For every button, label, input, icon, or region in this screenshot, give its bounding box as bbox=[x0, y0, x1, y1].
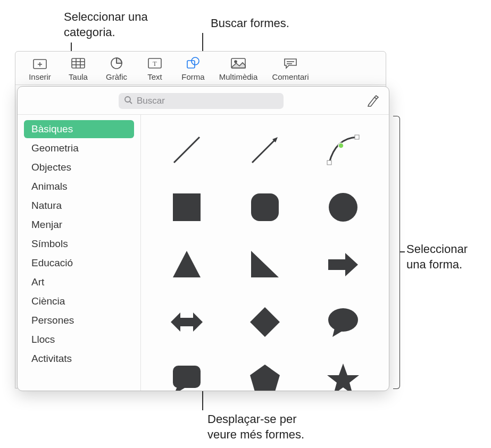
sidebar-item-persones[interactable]: Persones bbox=[24, 311, 134, 329]
search-field[interactable] bbox=[119, 93, 284, 109]
svg-rect-25 bbox=[327, 160, 331, 165]
svg-marker-40 bbox=[250, 365, 280, 391]
tool-label: Forma bbox=[181, 72, 204, 81]
search-input[interactable] bbox=[137, 96, 278, 106]
callout-category: Seleccionar una categoria. bbox=[64, 10, 148, 40]
tool-inserir[interactable]: Inserir bbox=[21, 56, 59, 81]
search-icon bbox=[124, 96, 132, 107]
callout-scroll: Desplaçar-se per veure més formes. bbox=[207, 412, 304, 442]
sidebar-item-educació[interactable]: Educació bbox=[24, 254, 134, 272]
tool-grafic[interactable]: Gràfic bbox=[97, 56, 136, 81]
shape-star[interactable] bbox=[306, 353, 380, 391]
sidebar-item-activitats[interactable]: Activitats bbox=[24, 350, 134, 368]
tool-text[interactable]: T Text bbox=[136, 56, 174, 81]
shape-icon bbox=[186, 56, 200, 71]
toolbar-row: Inserir Taula Gràfic T Text Forma bbox=[15, 52, 386, 85]
svg-point-36 bbox=[328, 308, 358, 332]
table-icon bbox=[71, 56, 85, 71]
shape-curve[interactable] bbox=[306, 123, 380, 176]
shape-line[interactable] bbox=[149, 123, 223, 176]
svg-point-17 bbox=[235, 61, 237, 63]
popover-header bbox=[18, 87, 389, 114]
svg-rect-26 bbox=[355, 135, 359, 139]
shape-pentagon[interactable] bbox=[228, 353, 302, 391]
sidebar-item-bàsiques[interactable]: Bàsiques bbox=[24, 120, 134, 138]
media-icon bbox=[231, 56, 246, 71]
tool-label: Gràfic bbox=[106, 72, 127, 81]
sidebar-item-geometria[interactable]: Geometria bbox=[24, 139, 134, 157]
sidebar-item-menjar[interactable]: Menjar bbox=[24, 216, 134, 234]
category-sidebar: BàsiquesGeometriaObjectesAnimalsNaturaMe… bbox=[18, 115, 141, 391]
svg-rect-38 bbox=[173, 366, 201, 388]
sidebar-item-art[interactable]: Art bbox=[24, 273, 134, 291]
shape-circle[interactable] bbox=[306, 181, 380, 234]
sidebar-item-objectes[interactable]: Objectes bbox=[24, 158, 134, 176]
svg-point-27 bbox=[338, 143, 344, 148]
tool-label: Comentari bbox=[272, 72, 309, 81]
svg-line-23 bbox=[252, 139, 276, 163]
comment-icon bbox=[284, 56, 297, 71]
draw-shape-button[interactable] bbox=[365, 94, 380, 108]
sidebar-item-ciència[interactable]: Ciència bbox=[24, 292, 134, 310]
shape-rounded-square[interactable] bbox=[228, 181, 302, 234]
svg-point-30 bbox=[329, 193, 357, 222]
shape-arrow-right[interactable] bbox=[306, 238, 380, 291]
chart-icon bbox=[110, 56, 123, 71]
sidebar-item-símbols[interactable]: Símbols bbox=[24, 235, 134, 253]
shape-speech-bubble[interactable] bbox=[306, 295, 380, 349]
callout-select-shape: Seleccionar una forma. bbox=[406, 242, 468, 272]
svg-rect-29 bbox=[251, 193, 279, 221]
shape-square[interactable] bbox=[149, 181, 223, 234]
svg-marker-31 bbox=[173, 251, 201, 277]
insert-icon bbox=[33, 56, 47, 71]
text-icon: T bbox=[148, 56, 162, 71]
svg-marker-32 bbox=[251, 251, 279, 277]
svg-rect-4 bbox=[72, 58, 85, 68]
svg-point-15 bbox=[192, 57, 199, 65]
tool-label: Multimèdia bbox=[219, 72, 258, 81]
svg-line-21 bbox=[130, 102, 132, 104]
tool-comentari[interactable]: Comentari bbox=[264, 56, 317, 81]
shape-grid bbox=[141, 115, 389, 391]
tool-label: Taula bbox=[69, 72, 88, 81]
shape-right-triangle[interactable] bbox=[228, 238, 302, 291]
callout-search: Buscar formes. bbox=[211, 16, 289, 31]
svg-marker-35 bbox=[250, 307, 280, 337]
tool-label: Inserir bbox=[29, 72, 51, 81]
svg-text:T: T bbox=[153, 60, 157, 67]
shape-arrow-line[interactable] bbox=[228, 123, 302, 176]
shapes-popover: BàsiquesGeometriaObjectesAnimalsNaturaMe… bbox=[17, 86, 389, 391]
shape-arrow-bidir[interactable] bbox=[149, 295, 223, 349]
svg-line-22 bbox=[174, 137, 199, 163]
svg-marker-33 bbox=[328, 253, 358, 276]
sidebar-item-llocs[interactable]: Llocs bbox=[24, 331, 134, 349]
svg-marker-34 bbox=[171, 312, 203, 332]
shape-triangle[interactable] bbox=[149, 238, 223, 291]
tool-taula[interactable]: Taula bbox=[59, 56, 97, 81]
tool-forma[interactable]: Forma bbox=[174, 56, 212, 81]
shape-callout-box[interactable] bbox=[149, 353, 223, 391]
tool-label: Text bbox=[147, 72, 162, 81]
svg-marker-41 bbox=[327, 364, 359, 391]
sidebar-item-natura[interactable]: Natura bbox=[24, 197, 134, 215]
sidebar-item-animals[interactable]: Animals bbox=[24, 177, 134, 196]
tool-multimedia[interactable]: Multimèdia bbox=[212, 56, 264, 81]
svg-rect-28 bbox=[173, 193, 201, 221]
svg-point-20 bbox=[125, 97, 130, 102]
callout-bracket bbox=[393, 116, 400, 388]
shape-diamond[interactable] bbox=[228, 295, 302, 349]
